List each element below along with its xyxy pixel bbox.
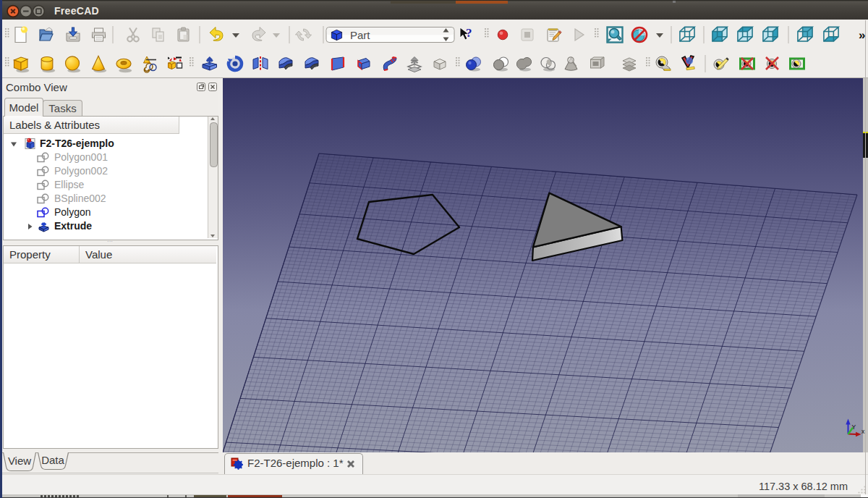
svg-text:?: ? bbox=[466, 26, 472, 40]
svg-text:Y: Y bbox=[852, 423, 856, 431]
svg-text:View: View bbox=[8, 455, 31, 467]
svg-text:Data: Data bbox=[41, 454, 64, 466]
svg-text:Part: Part bbox=[350, 29, 370, 41]
